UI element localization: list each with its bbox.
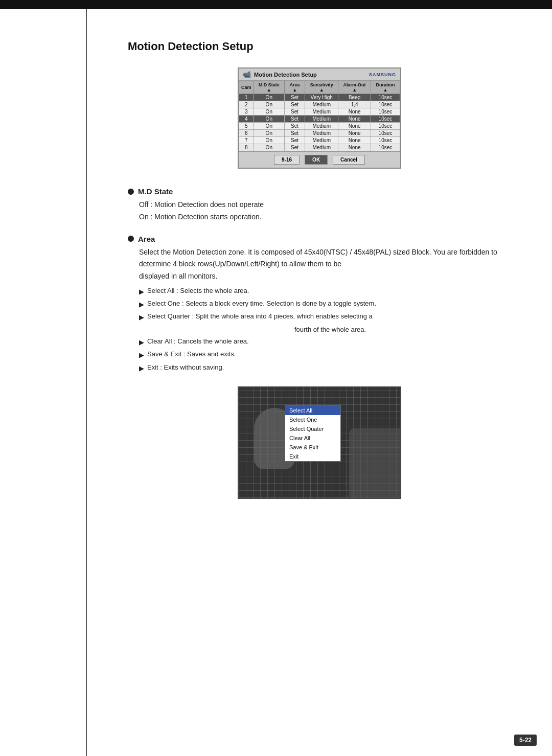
section-mdstate-header: M.D State [128,187,511,196]
top-bar [0,0,552,9]
page-title: Motion Detection Setup [128,40,511,53]
area-intro: Select the Motion Detection zone. It is … [139,246,511,271]
table-row: 3OnSetMediumNone10sec [239,108,400,116]
cell-state-8: On [254,144,285,151]
area-screenshot: Select AllSelect OneSelect QuaterClear A… [238,386,401,499]
cell-state-2: On [254,101,285,108]
button-cancel[interactable]: Cancel [333,155,365,165]
cell-sensitivity-5: Medium [305,123,338,130]
cell-cam-2: 2 [239,101,254,108]
arrow-icon-4: ▶ [139,337,144,348]
area-item-selectone: Select One : Selects a block every time.… [147,299,376,309]
bullet-mdstate [128,189,134,195]
cell-cam-7: 7 [239,137,254,144]
cell-cam-8: 8 [239,144,254,151]
cell-duration-5: 10sec [371,123,400,130]
sidebar [0,9,87,756]
cell-alarm-4: None [338,116,371,123]
context-menu-item-0[interactable]: Select All [285,406,340,415]
samsung-logo: SAMSUNG [369,72,396,77]
bullet-area [128,236,134,242]
cell-sensitivity-6: Medium [305,130,338,137]
button-ok[interactable]: OK [305,155,328,165]
area-items: ▶ Select All : Selects the whole area. ▶… [139,286,511,374]
cell-sensitivity-4: Medium [305,116,338,123]
table-row: 1OnSetVery HighBeep10sec [239,94,400,101]
area-item-saveexit: Save & Exit : Saves and exits. [147,349,236,359]
context-menu-item-5[interactable]: Exit [285,452,340,461]
cell-cam-1: 1 [239,94,254,101]
cell-area-2: Set [285,101,305,108]
cell-alarm-8: None [338,144,371,151]
context-menu-item-1[interactable]: Select One [285,415,340,424]
area-item-exit: Exit : Exits without saving. [147,362,224,373]
table-header-row: Cam M.D State ▲ Area ▲ Sensitivity ▲ Ala… [239,81,400,94]
cell-cam-4: 4 [239,116,254,123]
col-duration: Duration ▲ [371,81,400,94]
cell-state-7: On [254,137,285,144]
button-916[interactable]: 9-16 [274,155,300,165]
context-menu: Select AllSelect OneSelect QuaterClear A… [285,405,341,462]
page-number: 5-22 [514,735,537,746]
cell-state-6: On [254,130,285,137]
table-row: 6OnSetMediumNone10sec [239,130,400,137]
cell-sensitivity-7: Medium [305,137,338,144]
right-shape [349,428,400,499]
quarter-sub: fourth of the whole area. [149,324,511,335]
cell-alarm-6: None [338,130,371,137]
cell-area-7: Set [285,137,305,144]
col-mdstate: M.D State ▲ [254,81,285,94]
col-sensitivity: Sensitivity ▲ [305,81,338,94]
arrow-icon-6: ▶ [139,363,144,374]
col-cam: Cam [239,81,254,94]
cell-state-4: On [254,116,285,123]
cell-state-3: On [254,108,285,116]
area-bg: Select AllSelect OneSelect QuaterClear A… [239,387,400,498]
cell-sensitivity-3: Medium [305,108,338,116]
col-alarm: Alarm-Out ▲ [338,81,371,94]
cell-duration-4: 10sec [371,116,400,123]
col-area: Area ▲ [285,81,305,94]
cell-state-5: On [254,123,285,130]
cell-alarm-7: None [338,137,371,144]
cell-alarm-2: 1,4 [338,101,371,108]
cell-alarm-5: None [338,123,371,130]
section-mdstate-title: M.D State [138,187,173,196]
table-row: 8OnSetMediumNone10sec [239,144,400,151]
cell-area-4: Set [285,116,305,123]
table-row: 4OnSetMediumNone10sec [239,116,400,123]
section-area: Area Select the Motion Detection zone. I… [128,235,511,374]
table-row: 2OnSetMedium1,410sec [239,101,400,108]
context-menu-item-3[interactable]: Clear All [285,433,340,443]
dialog-table: Cam M.D State ▲ Area ▲ Sensitivity ▲ Ala… [239,81,400,151]
cell-duration-8: 10sec [371,144,400,151]
cell-alarm-3: None [338,108,371,116]
area-item-clearall: Clear All : Cancels the whole area. [147,336,249,347]
cell-sensitivity-8: Medium [305,144,338,151]
arrow-item-selectall: ▶ Select All : Selects the whole area. [139,286,511,297]
cell-duration-3: 10sec [371,108,400,116]
cell-sensitivity-1: Very High [305,94,338,101]
cell-duration-1: 10sec [371,94,400,101]
section-mdstate-body: Off : Motion Detection does not operate … [128,199,511,223]
cell-alarm-1: Beep [338,94,371,101]
context-menu-item-2[interactable]: Select Quater [285,424,340,433]
cell-cam-3: 3 [239,108,254,116]
section-area-title: Area [138,235,155,243]
arrow-item-selectquarter: ▶ Select Quarter : Split the whole area … [139,311,511,323]
mdstate-line2: On : Motion Detection starts operation. [139,211,511,223]
dialog-title-left: 📹 Motion Detection Setup [243,71,317,78]
arrow-item-exit: ▶ Exit : Exits without saving. [139,362,511,374]
cell-cam-6: 6 [239,130,254,137]
dialog-buttons: 9-16 OK Cancel [239,151,400,168]
cell-duration-6: 10sec [371,130,400,137]
cell-area-5: Set [285,123,305,130]
cell-area-3: Set [285,108,305,116]
arrow-item-clearall: ▶ Clear All : Cancels the whole area. [139,336,511,348]
cell-state-1: On [254,94,285,101]
cell-duration-7: 10sec [371,137,400,144]
mdstate-line1: Off : Motion Detection does not operate [139,199,511,211]
table-row: 5OnSetMediumNone10sec [239,123,400,130]
dialog-title-text: Motion Detection Setup [254,72,317,78]
context-menu-item-4[interactable]: Save & Exit [285,443,340,452]
